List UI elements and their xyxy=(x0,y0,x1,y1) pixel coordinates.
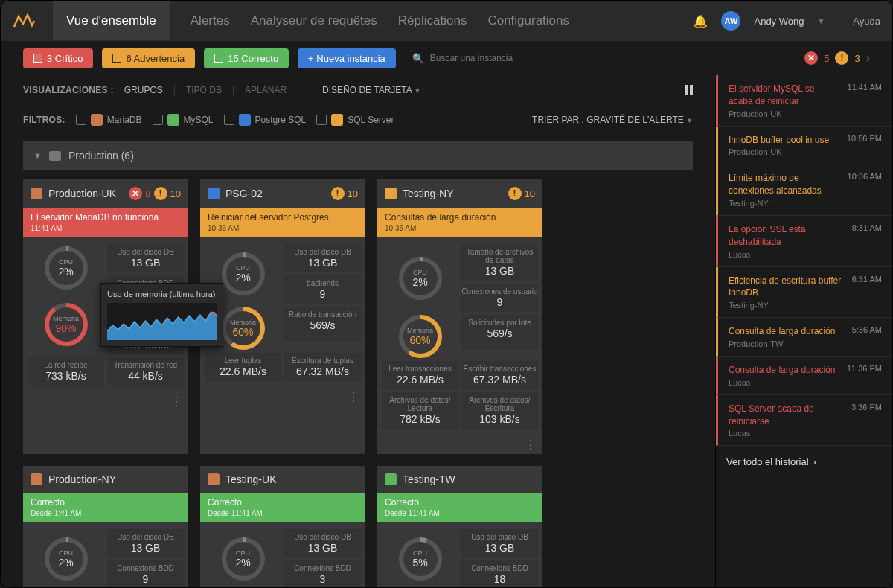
db-filter[interactable]: SQL Server xyxy=(316,114,394,126)
card-title: Testing-TW xyxy=(403,473,529,485)
warn-badge-icon[interactable]: ! xyxy=(835,51,848,65)
alert-source: Lucas xyxy=(729,429,845,438)
alert-sidebar: El servidor MySQL se acaba de reiniciarP… xyxy=(715,75,892,587)
pill-critical[interactable]: 3 Crítico xyxy=(23,48,93,68)
alert-item[interactable]: Límite máximo de conexiones alcanzadasTe… xyxy=(716,164,892,216)
alert-title: InnoDB buffer pool in use xyxy=(729,134,841,147)
nav-tab[interactable]: Configurations xyxy=(487,13,569,28)
db-icon xyxy=(91,114,103,126)
metric: Uso del disco DB13 GB xyxy=(284,529,361,557)
metric: Conexiones de usuario9 xyxy=(461,284,538,312)
status-banner: CorrectoDesde 11:41 AM xyxy=(377,493,542,522)
pause-icon[interactable] xyxy=(685,85,693,95)
db-filter[interactable]: MariaDB xyxy=(76,114,142,126)
db-icon xyxy=(385,473,397,485)
alert-source: Testing-NY xyxy=(729,301,846,310)
checkbox[interactable] xyxy=(316,115,327,125)
alert-item[interactable]: SQL Server acaba de reiniciarseLucas3:36… xyxy=(716,395,892,447)
nav-tab[interactable]: Vue d'ensemble xyxy=(53,1,170,40)
kebab-icon[interactable]: ⋮ xyxy=(348,392,359,403)
group-header[interactable]: ▼ Production (6) xyxy=(23,141,693,170)
alert-item[interactable]: Consulta de larga duraciónLucas11:36 PM xyxy=(716,357,892,395)
metric: Connexions BDD3 xyxy=(284,560,361,587)
pill-warning[interactable]: 6 Advertencia xyxy=(102,48,195,68)
user-name[interactable]: Andy Wong xyxy=(754,16,804,27)
instance-card[interactable]: Testing-TWCorrectoDesde 11:41 AMCPU5%Uso… xyxy=(377,466,542,587)
status-banner: Reiniciar del servidor Postgres10:36 AM xyxy=(200,208,365,237)
alert-title: La opción SSL está deshabilitada xyxy=(729,223,846,249)
metric: backends9 xyxy=(284,275,361,304)
alert-item[interactable]: InnoDB buffer pool in useProduction-UK10… xyxy=(716,127,892,165)
bell-icon[interactable]: 🔔 xyxy=(693,14,708,28)
new-instance-button[interactable]: + Nueva instancia xyxy=(298,48,396,68)
view-flatten[interactable]: APLANAR xyxy=(245,85,287,95)
db-icon xyxy=(31,473,42,485)
instance-card[interactable]: Testing-NY!10Consultas de larga duración… xyxy=(377,179,542,454)
help-link[interactable]: Ayuda xyxy=(853,16,880,27)
collapse-icon[interactable]: ▼ xyxy=(33,151,42,160)
search-box[interactable]: 🔍 xyxy=(405,48,569,68)
alert-title: Límite máximo de conexiones alcanzadas xyxy=(729,172,842,197)
card-design-dropdown[interactable]: DISEÑO DE TARJETA ▼ xyxy=(322,85,420,95)
db-icon xyxy=(208,188,220,199)
svg-point-0 xyxy=(212,312,216,316)
chevron-right-icon: › xyxy=(813,456,816,467)
cpu-gauge: CPU2% xyxy=(205,529,281,587)
chevron-down-icon[interactable]: ▼ xyxy=(817,17,825,25)
status-banner: CorrectoDesde 1:41 AM xyxy=(23,493,188,522)
vis-label: VISUALIZACIONES : xyxy=(23,85,114,95)
chevron-right-icon[interactable]: › xyxy=(866,51,870,65)
folder-icon xyxy=(49,151,61,161)
checkbox[interactable] xyxy=(76,115,86,125)
db-icon xyxy=(239,114,251,126)
instance-card[interactable]: Production-NYCorrectoDesde 1:41 AMCPU2%U… xyxy=(23,466,188,587)
kebab-icon[interactable]: ⋮ xyxy=(525,439,537,451)
sort-dropdown[interactable]: TRIER PAR : GRAVITÉ DE L'ALERTE ▼ xyxy=(532,115,693,125)
view-history-link[interactable]: Ver todo el historial› xyxy=(716,446,892,478)
nav-tab[interactable]: Réplications xyxy=(398,13,467,28)
nav-tab[interactable]: Analyseur de requêtes xyxy=(251,13,377,28)
metric: Uso del disco DB13 GB xyxy=(284,244,361,272)
status-banner: El servidor MariaDB no funciona11:41 AM xyxy=(23,208,188,237)
card-grid: Production-UK✕8!10El servidor MariaDB no… xyxy=(23,179,693,587)
checkbox[interactable] xyxy=(224,115,234,125)
db-filter[interactable]: Postgre SQL xyxy=(224,114,307,126)
instance-card[interactable]: PSG-02!10Reiniciar del servidor Postgres… xyxy=(200,179,365,454)
metric: Escribir transacciones67.32 MB/s xyxy=(461,361,538,389)
alert-item[interactable]: Consulta de larga duraciónProduction-TW5… xyxy=(716,318,892,357)
view-groups[interactable]: GRUPOS xyxy=(124,85,163,95)
alert-source: Testing-NY xyxy=(729,199,842,208)
cpu-gauge: CPU5% xyxy=(382,529,458,587)
metric: Uso del disco DB13 GB xyxy=(107,244,184,272)
view-type[interactable]: TIPO DB xyxy=(186,85,222,95)
alert-time: 10:36 AM xyxy=(848,172,882,208)
alert-source: Lucas xyxy=(729,250,846,259)
memory-tooltip: Uso de memoria (ultima hora) xyxy=(100,283,223,347)
metric: Leer tuplas22.6 MB/s xyxy=(205,353,281,381)
db-filter[interactable]: MySQL xyxy=(153,114,214,126)
alert-title: Consulta de larga duración xyxy=(729,364,841,377)
nav-tab[interactable]: Alertes xyxy=(191,13,230,28)
checkbox[interactable] xyxy=(153,115,163,125)
warn-badge-icon: ! xyxy=(508,187,522,200)
warn-badge-icon: ! xyxy=(154,187,167,200)
alert-item[interactable]: La opción SSL está deshabilitadaLucas8:3… xyxy=(716,216,892,267)
kebab-icon[interactable]: ⋮ xyxy=(170,396,182,408)
alert-item[interactable]: Eficiencia de escritura buffer InnoDBTes… xyxy=(716,267,892,319)
alert-time: 6:31 AM xyxy=(852,275,882,310)
db-icon xyxy=(331,114,343,126)
alert-title: Eficiencia de escritura buffer InnoDB xyxy=(729,275,846,300)
main-panel: VISUALIZACIONES : GRUPOS | TIPO DB | APL… xyxy=(1,75,715,587)
alert-time: 11:41 AM xyxy=(848,83,882,118)
db-icon xyxy=(385,188,397,199)
card-title: PSG-02 xyxy=(225,188,325,199)
metric: Archivos de datos/ Escritura103 kB/s xyxy=(461,392,538,429)
error-badge-icon[interactable]: ✕ xyxy=(804,51,818,65)
instance-card[interactable]: Testing-UKCorrectoDesde 11:41 AMCPU2%Uso… xyxy=(200,466,365,587)
alert-time: 11:36 PM xyxy=(847,364,882,387)
pill-ok[interactable]: 15 Correcto xyxy=(204,48,289,68)
avatar[interactable]: AW xyxy=(721,11,740,31)
nav-tabs: Vue d'ensembleAlertesAnalyseur de requêt… xyxy=(53,13,569,28)
search-input[interactable] xyxy=(430,53,561,63)
alert-item[interactable]: El servidor MySQL se acaba de reiniciarP… xyxy=(716,75,892,127)
